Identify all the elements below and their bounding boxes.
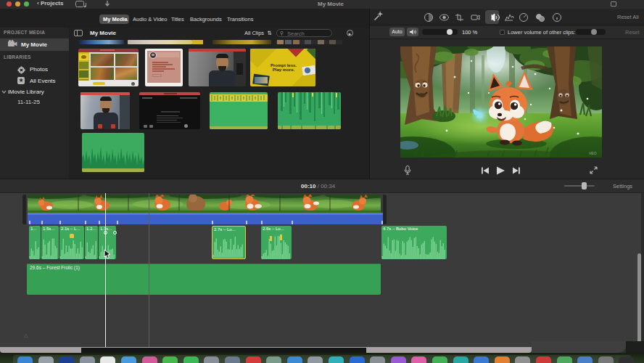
svg-text:VEO: VEO — [589, 151, 597, 155]
